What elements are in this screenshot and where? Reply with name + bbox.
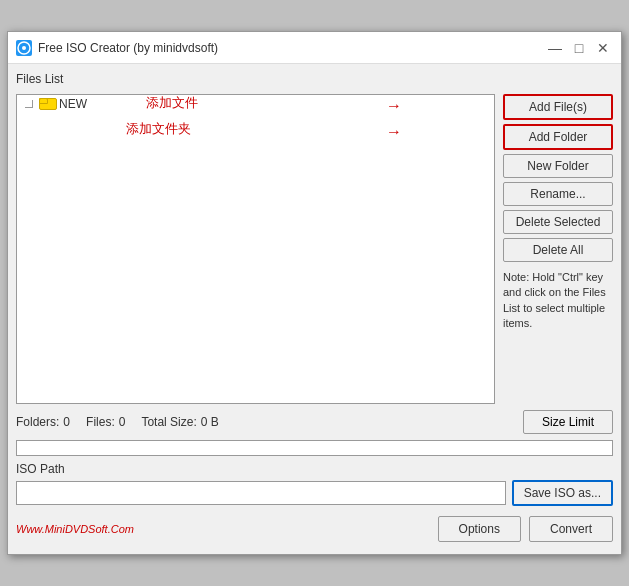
- note-text: Note: Hold "Ctrl" key and click on the F…: [503, 270, 613, 332]
- convert-button[interactable]: Convert: [529, 516, 613, 542]
- app-icon: [16, 40, 32, 56]
- bottom-buttons: Options Convert: [438, 516, 613, 542]
- new-folder-button[interactable]: New Folder: [503, 154, 613, 178]
- window-title: Free ISO Creator (by minidvdsoft): [38, 41, 218, 55]
- progress-area: [16, 440, 613, 456]
- size-limit-button[interactable]: Size Limit: [523, 410, 613, 434]
- folders-label: Folders:: [16, 415, 59, 429]
- progress-bar: [16, 440, 613, 456]
- bottom-row: Www.MiniDVDSoft.Com Options Convert: [16, 512, 613, 546]
- close-button[interactable]: ✕: [593, 38, 613, 58]
- iso-path-input[interactable]: [16, 481, 506, 505]
- file-tree[interactable]: NEW: [16, 94, 495, 404]
- delete-selected-button[interactable]: Delete Selected: [503, 210, 613, 234]
- iso-path-section: ISO Path Save ISO as...: [16, 462, 613, 506]
- folder-icon: [39, 98, 55, 110]
- add-folder-button[interactable]: Add Folder: [503, 124, 613, 150]
- files-value: 0: [119, 415, 126, 429]
- maximize-button[interactable]: □: [569, 38, 589, 58]
- brand-text: Www.MiniDVDSoft.Com: [16, 523, 134, 535]
- total-size-label: Total Size:: [141, 415, 196, 429]
- options-button[interactable]: Options: [438, 516, 521, 542]
- iso-path-label: ISO Path: [16, 462, 613, 476]
- svg-point-1: [22, 46, 26, 50]
- folder-name: NEW: [59, 97, 87, 111]
- rename-button[interactable]: Rename...: [503, 182, 613, 206]
- title-bar: Free ISO Creator (by minidvdsoft) — □ ✕: [8, 32, 621, 64]
- window-controls: — □ ✕: [545, 38, 613, 58]
- stats-row: Folders: 0 Files: 0 Total Size: 0 B: [16, 411, 219, 433]
- save-iso-button[interactable]: Save ISO as...: [512, 480, 613, 506]
- files-list-label: Files List: [16, 72, 613, 86]
- delete-all-button[interactable]: Delete All: [503, 238, 613, 262]
- minimize-button[interactable]: —: [545, 38, 565, 58]
- folders-value: 0: [63, 415, 70, 429]
- list-item[interactable]: NEW: [17, 95, 494, 113]
- files-label: Files:: [86, 415, 115, 429]
- add-files-button[interactable]: Add File(s): [503, 94, 613, 120]
- total-size-value: 0 B: [201, 415, 219, 429]
- right-panel: Add File(s) Add Folder New Folder Rename…: [503, 94, 613, 404]
